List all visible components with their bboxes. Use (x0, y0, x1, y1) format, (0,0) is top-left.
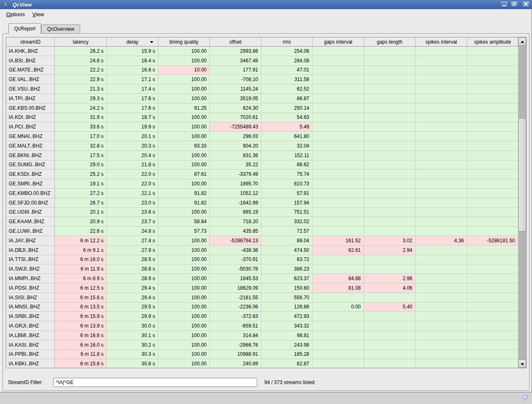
qc-value-cell[interactable]: 22.0 s (107, 179, 158, 189)
qc-value-cell[interactable]: 22.6 s (55, 227, 107, 236)
qc-value-cell[interactable] (416, 160, 467, 170)
qc-value-cell[interactable] (416, 75, 467, 84)
qc-value-cell[interactable] (313, 94, 364, 103)
qc-value-cell[interactable] (364, 198, 416, 208)
qc-value-cell[interactable]: 810.73 (261, 179, 313, 189)
qc-value-cell[interactable]: 157.94 (261, 198, 313, 208)
qc-value-cell[interactable]: 26.7 s (55, 198, 107, 208)
stream-id-cell[interactable]: GE.KBS.00.BHZ (6, 103, 55, 113)
qc-value-cell[interactable]: 29.5 s (107, 303, 158, 312)
qc-value-cell[interactable] (364, 312, 416, 321)
qc-value-cell[interactable] (313, 340, 364, 350)
qc-value-cell[interactable]: 152.11 (261, 151, 313, 160)
qc-value-cell[interactable]: 22.2 s (55, 66, 107, 75)
qc-value-cell[interactable]: 332.02 (261, 217, 313, 227)
stream-id-cell[interactable]: GE.MATE..BHZ (6, 66, 55, 75)
qc-value-cell[interactable]: 4.06 (364, 283, 416, 293)
minimize-button[interactable] (500, 1, 509, 8)
stream-id-cell[interactable]: GE.SUMG..BHZ (6, 160, 55, 170)
qc-value-cell[interactable]: 32.8 s (55, 141, 107, 151)
qc-value-cell[interactable] (416, 113, 467, 123)
qc-value-cell[interactable]: -5030.78 (210, 264, 261, 274)
qc-value-cell[interactable] (416, 47, 467, 56)
qc-value-cell[interactable] (416, 56, 467, 66)
stream-id-cell[interactable]: IA.SRBI..BHZ (6, 312, 55, 321)
stream-id-cell[interactable]: IA.KHK..BHZ (6, 47, 55, 56)
qc-value-cell[interactable]: 22.0 s (107, 170, 158, 179)
qc-value-cell[interactable]: 57.73 (158, 227, 210, 236)
stream-id-cell[interactable]: IA.KASI..BHZ (6, 340, 55, 350)
qc-value-cell[interactable]: 33.6 s (55, 122, 107, 132)
qc-value-cell[interactable] (467, 132, 518, 141)
qc-value-cell[interactable]: 343.32 (261, 321, 313, 331)
qc-value-cell[interactable]: 21.3 s (55, 84, 107, 94)
qc-value-cell[interactable] (416, 359, 467, 368)
qc-value-cell[interactable]: 100.00 (158, 75, 210, 84)
qc-value-cell[interactable]: 27.4 s (107, 236, 158, 246)
qc-value-cell[interactable] (467, 170, 518, 179)
qc-value-cell[interactable] (364, 189, 416, 198)
qc-value-cell[interactable]: 16.6 s (107, 66, 158, 75)
qc-value-cell[interactable] (313, 255, 364, 265)
qc-value-cell[interactable]: 17.1 s (107, 75, 158, 84)
qc-value-cell[interactable] (467, 331, 518, 340)
qc-value-cell[interactable] (467, 141, 518, 151)
qc-value-cell[interactable] (467, 84, 518, 94)
qc-value-cell[interactable]: 29.9 s (107, 312, 158, 321)
qc-value-cell[interactable]: 30.0 s (107, 321, 158, 331)
stream-id-cell[interactable]: GE.MALT..BHZ (6, 141, 55, 151)
qc-value-cell[interactable]: 100.00 (158, 113, 210, 123)
qc-value-cell[interactable] (364, 151, 416, 160)
qc-value-cell[interactable] (467, 350, 518, 360)
qc-value-cell[interactable] (467, 255, 518, 265)
qc-value-cell[interactable]: 20.1 s (55, 208, 107, 217)
qc-value-cell[interactable]: 100.00 (158, 312, 210, 321)
stream-id-cell[interactable]: GE.KSDI..BHZ (6, 170, 55, 179)
qc-value-cell[interactable] (416, 246, 467, 255)
qc-value-cell[interactable]: 240.89 (210, 359, 261, 368)
qc-value-cell[interactable] (313, 179, 364, 189)
qc-value-cell[interactable]: 718.20 (210, 217, 261, 227)
qc-value-cell[interactable] (416, 103, 467, 113)
qc-value-cell[interactable]: 17.6 s (107, 103, 158, 113)
qc-value-cell[interactable]: 556.70 (261, 293, 313, 303)
qc-value-cell[interactable]: 177.91 (210, 66, 261, 75)
qc-value-cell[interactable] (416, 94, 467, 103)
qc-value-cell[interactable]: 30.1 s (107, 331, 158, 340)
qc-value-cell[interactable] (313, 84, 364, 94)
qc-value-cell[interactable] (416, 189, 467, 198)
qc-value-cell[interactable]: 6 m 12.2 s (55, 236, 107, 246)
qc-value-cell[interactable] (364, 141, 416, 151)
qc-value-cell[interactable]: 84.88 (313, 274, 364, 283)
stream-id-cell[interactable]: GE.MNAI..BHZ (6, 132, 55, 141)
qc-value-cell[interactable]: 32.04 (261, 141, 313, 151)
qc-value-cell[interactable]: -372.63 (210, 312, 261, 321)
qc-value-cell[interactable]: 27.2 s (55, 189, 107, 198)
qc-value-cell[interactable] (313, 359, 364, 368)
qc-value-cell[interactable]: 75.74 (261, 170, 313, 179)
qc-value-cell[interactable] (467, 217, 518, 227)
qc-value-cell[interactable] (467, 122, 518, 132)
qc-value-cell[interactable]: 243.98 (261, 340, 313, 350)
qc-value-cell[interactable]: 311.58 (261, 75, 313, 84)
column-header-delay[interactable]: delay (107, 37, 158, 47)
stream-id-cell[interactable]: GE.VAL..BHZ (6, 75, 55, 84)
qc-value-cell[interactable] (364, 331, 416, 340)
qc-value-cell[interactable]: 100.00 (158, 321, 210, 331)
qc-value-cell[interactable] (364, 66, 416, 75)
qc-value-cell[interactable]: 91.25 (158, 103, 210, 113)
stream-id-cell[interactable]: IA.TPI..BHZ (6, 94, 55, 103)
stream-id-cell[interactable]: IA.MNSI..BHZ (6, 303, 55, 312)
close-button[interactable]: ✕ (522, 1, 530, 8)
scroll-down-button[interactable] (518, 360, 526, 368)
qc-value-cell[interactable]: 16.4 s (107, 56, 158, 66)
qc-value-cell[interactable]: 314.84 (210, 331, 261, 340)
menu-view[interactable]: View (29, 10, 48, 19)
qc-value-cell[interactable]: 100.00 (158, 359, 210, 368)
qc-value-cell[interactable]: 100.00 (158, 350, 210, 360)
qc-value-cell[interactable] (416, 283, 467, 293)
qc-value-cell[interactable]: 3467.48 (210, 56, 261, 66)
qc-value-cell[interactable] (364, 103, 416, 113)
qc-value-cell[interactable]: 6 m 15.9 s (55, 312, 107, 321)
qc-value-cell[interactable]: 100.00 (158, 47, 210, 56)
